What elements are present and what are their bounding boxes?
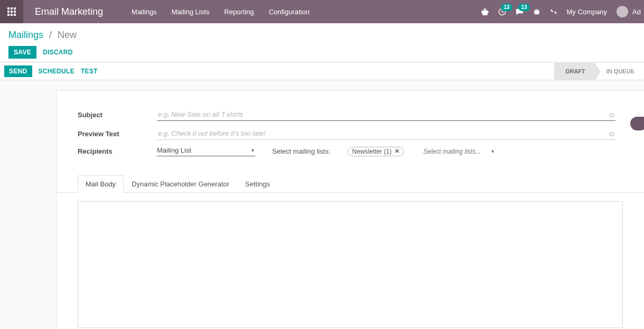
send-button[interactable]: SEND — [4, 65, 32, 77]
activities-button[interactable]: 13 — [498, 8, 506, 16]
svg-rect-4 — [11, 11, 13, 13]
tab-settings[interactable]: Settings — [237, 175, 278, 192]
svg-rect-2 — [14, 7, 16, 10]
chatter-toggle[interactable] — [630, 117, 644, 130]
tab-mail-body[interactable]: Mail Body — [78, 175, 124, 193]
breadcrumb-sep: / — [49, 30, 52, 40]
stage-draft[interactable]: DRAFT — [554, 63, 595, 80]
stage-bar: DRAFT IN QUEUE — [554, 63, 644, 80]
breadcrumb: Mailings / New — [8, 30, 636, 41]
test-button[interactable]: TEST — [81, 68, 98, 75]
preview-row: ☺ — [157, 127, 615, 140]
recipients-type-value: Mailing List — [157, 146, 191, 154]
emoji-icon[interactable]: ☺ — [608, 129, 615, 138]
form-grid: Subject ☺ Preview Text ☺ Recipients Mail… — [57, 108, 644, 166]
svg-rect-0 — [7, 7, 10, 10]
tab-placeholder-generator[interactable]: Dynamic Placeholder Generator — [124, 175, 237, 192]
preview-input[interactable] — [157, 127, 615, 140]
nav-menu: Mailings Mailing Lists Reporting Configu… — [132, 8, 310, 16]
activities-badge: 13 — [501, 4, 512, 11]
stage-in-queue[interactable]: IN QUEUE — [595, 63, 644, 80]
chevron-down-icon: ▼ — [250, 148, 255, 153]
company-switcher[interactable]: My Company — [567, 8, 608, 16]
chevron-down-icon[interactable]: ▼ — [490, 149, 495, 154]
statusbar-left: SEND SCHEDULE TEST — [4, 65, 98, 77]
breadcrumb-root[interactable]: Mailings — [8, 30, 43, 40]
schedule-button[interactable]: SCHEDULE — [39, 68, 74, 75]
mailing-list-add-input[interactable] — [421, 147, 495, 156]
messages-badge: 13 — [518, 4, 529, 11]
tag-remove-icon[interactable]: ✕ — [395, 148, 399, 155]
nav-configuration[interactable]: Configuration — [269, 8, 310, 16]
recipients-row: Mailing List ▼ Select mailing lists: New… — [157, 146, 615, 156]
form-actions: SAVE DISCARD — [8, 46, 636, 59]
app-title: Email Marketing — [23, 6, 114, 17]
svg-rect-7 — [11, 14, 13, 16]
subject-label: Subject — [78, 111, 157, 119]
recipients-type-select[interactable]: Mailing List ▼ — [157, 146, 255, 156]
debug-button[interactable] — [481, 8, 489, 15]
svg-rect-3 — [7, 11, 10, 13]
tools-button[interactable] — [550, 8, 557, 15]
nav-mailing-lists[interactable]: Mailing Lists — [172, 8, 210, 16]
apps-icon — [7, 7, 16, 16]
main-navbar: Email Marketing Mailings Mailing Lists R… — [0, 0, 644, 23]
recipients-label: Recipients — [78, 147, 157, 155]
svg-rect-1 — [11, 7, 13, 10]
nav-reporting[interactable]: Reporting — [224, 8, 254, 16]
svg-rect-8 — [14, 14, 16, 16]
emoji-icon[interactable]: ☺ — [608, 110, 615, 119]
navbar-right: 13 13 My Company Ad — [481, 6, 644, 17]
mailing-list-tag-text: Newsletter (1) — [352, 148, 392, 155]
nav-mailings[interactable]: Mailings — [132, 8, 157, 16]
subject-input[interactable] — [157, 108, 615, 121]
preview-label: Preview Text — [78, 130, 157, 138]
svg-rect-6 — [7, 14, 10, 16]
gift-icon — [533, 8, 540, 15]
mailing-list-add-wrap: ▼ — [421, 147, 495, 156]
sheet-wrap: Subject ☺ Preview Text ☺ Recipients Mail… — [0, 80, 644, 329]
breadcrumb-current: New — [58, 30, 77, 40]
select-ml-label: Select mailing lists: — [272, 147, 331, 155]
svg-rect-5 — [14, 11, 16, 13]
form-sheet: Subject ☺ Preview Text ☺ Recipients Mail… — [56, 90, 644, 329]
subheader: Mailings / New SAVE DISCARD — [0, 23, 644, 62]
subject-row: ☺ — [157, 108, 615, 121]
apps-menu-button[interactable] — [0, 0, 23, 23]
discard-button[interactable]: DISCARD — [43, 49, 73, 56]
messages-button[interactable]: 13 — [516, 8, 524, 16]
mail-body-editor[interactable] — [78, 201, 623, 328]
mailing-list-tag[interactable]: Newsletter (1) ✕ — [348, 147, 405, 156]
statusbar: SEND SCHEDULE TEST DRAFT IN QUEUE — [0, 62, 644, 80]
user-name[interactable]: Ad — [632, 8, 641, 16]
gift-button[interactable] — [533, 8, 540, 15]
avatar[interactable] — [617, 6, 628, 17]
wrench-icon — [550, 8, 557, 15]
bug-icon — [481, 8, 489, 15]
save-button[interactable]: SAVE — [8, 46, 36, 59]
tabs: Mail Body Dynamic Placeholder Generator … — [57, 175, 644, 193]
